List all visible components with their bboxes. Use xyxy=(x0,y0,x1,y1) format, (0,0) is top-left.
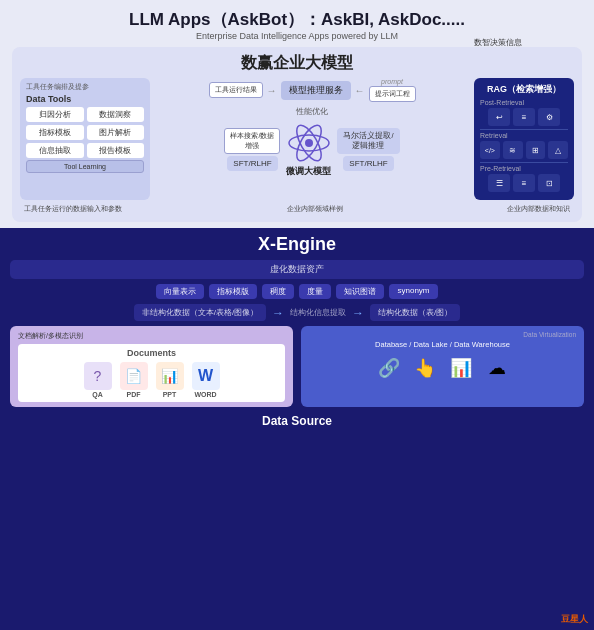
post-retrieval-icons: ↩ ≡ ⚙ xyxy=(480,108,568,126)
pdf-label: PDF xyxy=(127,391,141,398)
fine-tune-label: 微调大模型 xyxy=(286,165,331,178)
virtual-data-box: 虚化数据资产 xyxy=(10,260,584,279)
data-tools-grid: 归因分析 数据洞察 指标模板 图片解析 信息抽取 报告模板 xyxy=(26,107,144,158)
tag-synonym: synonym xyxy=(389,284,437,299)
watermark: 豆星人 xyxy=(561,613,588,626)
toolbar-result-box: 工具运行结果 xyxy=(209,82,263,98)
arrow-extract: → xyxy=(272,306,284,320)
atom-icon xyxy=(287,121,331,165)
pre-icon-2: ≡ xyxy=(513,174,535,192)
llm-title: 数赢企业大模型 xyxy=(20,53,574,74)
bottom-source-row: 文档解析/多模态识别 Documents ? QA 📄 PDF 📊 xyxy=(10,326,584,407)
extract-label: 结构化信息提取 xyxy=(290,308,346,318)
model-area: 工具运行结果 → 模型推理服务 ← prompt 提示词工程 性能优化 xyxy=(156,78,468,200)
retrieval-icon-3: ⊞ xyxy=(526,141,546,159)
tag-dense: 稠度 xyxy=(262,284,294,299)
data-flow-row: 非结构化数据（文本/表格/图像） → 结构化信息提取 → 结构化数据（表/图） xyxy=(10,304,584,321)
ppt-label: PPT xyxy=(163,391,177,398)
tag-metric: 指标模版 xyxy=(209,284,257,299)
data-tools-title: Data Tools xyxy=(26,94,144,104)
data-decision-label: 数智决策信息 xyxy=(474,37,522,48)
structured-box: 结构化数据（表/图） xyxy=(370,304,460,321)
post-icon-3: ⚙ xyxy=(538,108,560,126)
bottom-labels: 工具任务运行的数据输入和参数 企业内部领域样例 企业内部数据和知识 xyxy=(20,202,574,216)
sample-box: 样本搜索/数据增强 xyxy=(224,128,280,154)
db-icon-1: 🔗 xyxy=(374,353,404,383)
data-virt-label: Data Virtualization xyxy=(309,331,576,338)
sft2-box: SFT/RLHF xyxy=(343,156,393,171)
llm-inner: 工具任务编排及提参 Data Tools 归因分析 数据洞察 指标模板 图片解析… xyxy=(20,78,574,200)
post-icon-2: ≡ xyxy=(513,108,535,126)
tool-item-5: 信息抽取 xyxy=(26,143,84,158)
tool-item-6: 报告模板 xyxy=(87,143,145,158)
ppt-item: 📊 PPT xyxy=(156,362,184,398)
pre-retrieval-icons: ☰ ≡ ⊡ xyxy=(480,174,568,192)
tool-item-4: 图片解析 xyxy=(87,125,145,140)
tag-measure: 度量 xyxy=(299,284,331,299)
doc-parse-label: 文档解析/多模态识别 xyxy=(18,331,285,341)
post-retrieval-label: Post-Retrieval xyxy=(480,99,568,106)
tool-item-1: 归因分析 xyxy=(26,107,84,122)
top-header: LLM Apps（AskBot）：AskBI, AskDoc..... Ente… xyxy=(0,0,594,228)
tool-edit-label: 工具任务编排及提参 xyxy=(26,82,144,92)
data-tools-box: 工具任务编排及提参 Data Tools 归因分析 数据洞察 指标模板 图片解析… xyxy=(20,78,150,200)
bottom-label-center: 企业内部领域样例 xyxy=(287,204,343,214)
qa-label: QA xyxy=(92,391,103,398)
bottom-label-right: 企业内部数据和知识 xyxy=(507,204,570,214)
llm-section: 数智决策信息 数赢企业大模型 工具任务编排及提参 Data Tools 归因分析… xyxy=(12,47,582,222)
rag-retrieval: Retrieval </> ≋ ⊞ △ xyxy=(480,132,568,159)
rag-title: RAG（检索增强） xyxy=(480,83,568,96)
rag-divider-1 xyxy=(480,129,568,130)
center-area: 样本搜索/数据增强 SFT/RLHF 微调大模型 xyxy=(156,121,468,178)
arrow-structured: → xyxy=(352,306,364,320)
retrieval-icon-2: ≋ xyxy=(503,141,523,159)
qa-icon: ? xyxy=(84,362,112,390)
db-icon-2: 👆 xyxy=(410,353,440,383)
documents-box: 文档解析/多模态识别 Documents ? QA 📄 PDF 📊 xyxy=(10,326,293,407)
documents-inner: Documents ? QA 📄 PDF 📊 PPT xyxy=(18,344,285,402)
database-box: Data Virtualization Database / Data Lake… xyxy=(301,326,584,407)
word-item: W WORD xyxy=(192,362,220,398)
logic-box: 马尔活义提取/逻辑推理 xyxy=(337,128,399,154)
tool-learning-box: Tool Learning xyxy=(26,160,144,173)
pre-icon-1: ☰ xyxy=(488,174,510,192)
app-title: LLM Apps（AskBot）：AskBI, AskDoc..... xyxy=(12,8,582,31)
pdf-icon: 📄 xyxy=(120,362,148,390)
pdf-item: 📄 PDF xyxy=(120,362,148,398)
rag-post-retrieval: Post-Retrieval ↩ ≡ ⚙ xyxy=(480,99,568,126)
sft1-box: SFT/RLHF xyxy=(227,156,277,171)
xengine-tags-row: 向量表示 指标模版 稠度 度量 知识图谱 synonym xyxy=(10,284,584,299)
tag-vector: 向量表示 xyxy=(156,284,204,299)
db-icon-3: 📊 xyxy=(446,353,476,383)
retrieval-icon-4: △ xyxy=(548,141,568,159)
performance-opt: 性能优化 xyxy=(156,107,468,117)
xengine-title: X-Engine xyxy=(10,234,584,255)
rag-box: RAG（检索增强） Post-Retrieval ↩ ≡ ⚙ Retrieval xyxy=(474,78,574,200)
unstructured-box: 非结构化数据（文本/表格/图像） xyxy=(134,304,266,321)
db-icons-row: 🔗 👆 📊 ☁ xyxy=(309,353,576,383)
svg-point-3 xyxy=(305,139,313,147)
rag-divider-2 xyxy=(480,162,568,163)
model-service-box: 模型推理服务 xyxy=(281,81,351,100)
database-label: Database / Data Lake / Data Warehouse xyxy=(309,340,576,349)
qa-item: ? QA xyxy=(84,362,112,398)
xengine-section: X-Engine 虚化数据资产 向量表示 指标模版 稠度 度量 知识图谱 syn… xyxy=(0,228,594,630)
prompt-tool-box: 提示词工程 xyxy=(369,86,416,102)
rag-pre-retrieval: Pre-Retrieval ☰ ≡ ⊡ xyxy=(480,165,568,192)
documents-title: Documents xyxy=(24,348,279,358)
bottom-label-left: 工具任务运行的数据输入和参数 xyxy=(24,204,122,214)
pre-icon-3: ⊡ xyxy=(538,174,560,192)
data-source-label: Data Source xyxy=(10,414,584,428)
prompt-label: prompt xyxy=(381,78,403,85)
tool-item-3: 指标模板 xyxy=(26,125,84,140)
tag-knowledge: 知识图谱 xyxy=(336,284,384,299)
retrieval-label: Retrieval xyxy=(480,132,568,139)
doc-icons-row: ? QA 📄 PDF 📊 PPT W WOR xyxy=(24,362,279,398)
db-icon-4: ☁ xyxy=(482,353,512,383)
ppt-icon: 📊 xyxy=(156,362,184,390)
retrieval-icons: </> ≋ ⊞ △ xyxy=(480,141,568,159)
pre-retrieval-label: Pre-Retrieval xyxy=(480,165,568,172)
retrieval-icon-1: </> xyxy=(480,141,500,159)
post-icon-1: ↩ xyxy=(488,108,510,126)
word-label: WORD xyxy=(194,391,216,398)
